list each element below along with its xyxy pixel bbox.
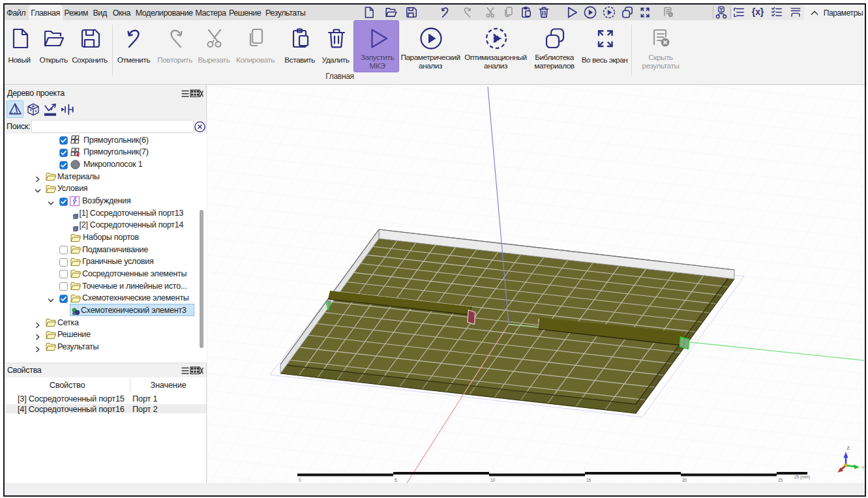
svg-text:10: 10: [490, 478, 496, 482]
svg-text:20: 20: [682, 478, 687, 482]
svg-text:25: 25: [778, 478, 783, 482]
svg-text:25 (mm): 25 (mm): [794, 475, 810, 480]
svg-text:Z: Z: [847, 446, 850, 450]
svg-text:{x}: {x}: [752, 7, 764, 17]
svg-text:5: 5: [395, 478, 397, 482]
svg-text:Y: Y: [861, 465, 865, 470]
svg-text:15: 15: [586, 478, 591, 482]
svg-text:0: 0: [299, 478, 301, 482]
